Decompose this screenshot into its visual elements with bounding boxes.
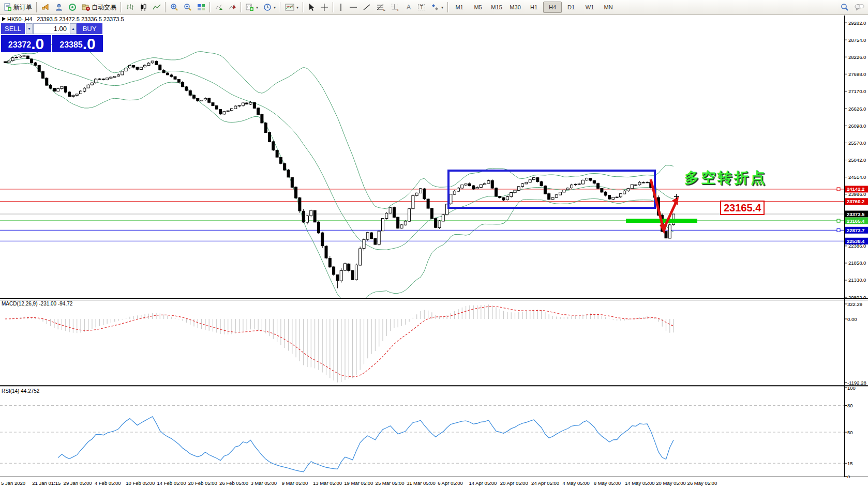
chart-shift-button[interactable] [226, 1, 239, 14]
auto-scroll-button[interactable] [212, 1, 226, 14]
text-tool-button[interactable]: A [402, 1, 415, 14]
horn-icon [41, 3, 50, 11]
timeframe-button-D1[interactable]: D1 [562, 2, 580, 13]
cursor-arrow-icon [308, 3, 315, 11]
crosshair-tool-button[interactable] [318, 1, 331, 14]
fibonacci-tool-button[interactable]: E [373, 1, 388, 14]
volume-increase-button[interactable]: ▲ [70, 23, 77, 34]
one-click-trading-widget: SELL ▼ 1.00 ▲ BUY 23372.0 23385.0 [1, 23, 104, 52]
candlestick-icon [139, 3, 147, 11]
bb-upper-band [5, 44, 674, 209]
price-axis: 29282.028754.028226.027698.027170.026626… [844, 20, 868, 480]
zoom-in-icon [170, 3, 178, 11]
volume-input[interactable]: 1.00 [33, 23, 69, 34]
vertical-line-tool-button[interactable] [335, 1, 347, 14]
toolbar-separator [447, 2, 448, 12]
tile-windows-button[interactable] [194, 1, 208, 14]
turning-point-annotation: 多空转折点 [684, 168, 767, 188]
time-axis-label: 25 Mar 05:00 [376, 480, 405, 486]
chat-bubbles-icon [854, 3, 864, 11]
svg-text:28754.0: 28754.0 [848, 37, 866, 43]
svg-text:28226.0: 28226.0 [848, 54, 866, 60]
svg-text:A: A [407, 4, 411, 11]
sell-price-dec: .0 [31, 36, 44, 52]
svg-text:24142.2: 24142.2 [847, 186, 864, 192]
timeframe-toolbar: M1M5M15M30H1H4D1W1MN [450, 2, 618, 13]
svg-text:25570.0: 25570.0 [848, 140, 866, 146]
svg-text:E: E [383, 8, 385, 11]
auto-trading-label: 自动交易 [92, 3, 116, 12]
chart-shift-icon [228, 3, 236, 11]
crosshair-icon [320, 3, 328, 11]
signals-button[interactable] [66, 1, 79, 14]
add-indicator-icon [246, 3, 254, 11]
bar-chart-icon [126, 3, 134, 11]
trendline-icon [363, 3, 371, 11]
svg-text:0.00: 0.00 [847, 316, 857, 322]
alerts-button[interactable] [39, 1, 52, 14]
chart-template-icon [285, 3, 294, 11]
cursor-tool-button[interactable] [305, 1, 318, 14]
line-handle[interactable] [837, 219, 840, 222]
auto-trading-button[interactable]: 自动交易 [79, 1, 119, 14]
timeframe-button-MN[interactable]: MN [599, 2, 618, 13]
main-toolbar: 新订单 自动交易 [0, 0, 868, 15]
signal-icon [68, 3, 77, 11]
sell-button[interactable]: SELL [1, 23, 25, 34]
svg-text:23165.4: 23165.4 [847, 218, 865, 224]
time-axis-label: 10 Feb 05:00 [126, 480, 155, 486]
new-order-button[interactable]: 新订单 [1, 1, 35, 14]
templates-button[interactable]: ▾ [282, 1, 301, 14]
time-axis-label: 20 Feb 05:00 [188, 480, 217, 486]
timeframe-button-H4[interactable]: H4 [543, 2, 562, 13]
buy-button[interactable]: BUY [77, 23, 102, 34]
accounts-button[interactable] [52, 1, 66, 14]
dropdown-caret-icon: ▾ [441, 5, 443, 10]
text-a-icon: A [405, 3, 412, 11]
rsi-line [58, 417, 674, 472]
indicators-button[interactable]: ▾ [243, 1, 261, 14]
buy-price-panel[interactable]: 23385.0 [52, 35, 103, 52]
timeframe-button-M30[interactable]: M30 [506, 2, 525, 13]
text-label-tool-button[interactable]: T [415, 1, 428, 14]
rsi-panel [0, 405, 844, 471]
svg-text:100: 100 [847, 385, 856, 391]
time-axis-label: 19 Mar 05:00 [344, 480, 373, 486]
svg-text:24514.0: 24514.0 [848, 174, 866, 180]
sell-price-panel[interactable]: 23372.0 [1, 35, 51, 52]
search-button[interactable] [838, 1, 851, 14]
zoom-in-button[interactable] [168, 1, 181, 14]
timeframe-button-M1[interactable]: M1 [450, 2, 469, 13]
svg-text:27170.0: 27170.0 [848, 88, 866, 94]
text-label-icon: T [417, 3, 426, 11]
chat-button[interactable] [851, 1, 867, 14]
time-axis-label: 14 May 05:00 [625, 480, 655, 486]
timeframe-button-M15[interactable]: M15 [487, 2, 506, 13]
line-handle[interactable] [837, 188, 840, 191]
toolbar-separator [165, 2, 166, 12]
horizontal-line-tool-button[interactable] [347, 1, 360, 14]
timeframe-button-W1[interactable]: W1 [580, 2, 599, 13]
svg-text:22538.4: 22538.4 [847, 238, 865, 244]
bar-chart-mode-button[interactable] [123, 1, 137, 14]
horizontal-level-lines[interactable] [0, 188, 844, 241]
timeframe-button-H1[interactable]: H1 [525, 2, 543, 13]
auto-trading-icon [82, 3, 90, 11]
toolbar-separator [121, 2, 122, 12]
candlestick-mode-button[interactable] [137, 1, 150, 14]
zoom-out-button[interactable] [181, 1, 194, 14]
svg-text:21330.0: 21330.0 [848, 277, 866, 283]
timeframe-button-M5[interactable]: M5 [469, 2, 487, 13]
line-chart-mode-button[interactable] [150, 1, 163, 14]
periods-button[interactable]: ▾ [261, 1, 278, 14]
line-handle[interactable] [837, 228, 840, 232]
time-axis[interactable]: 5 Jan 202021 Jan 01:1529 Jan 05:004 Feb … [0, 478, 868, 489]
grid-tool-button[interactable]: F [388, 1, 402, 14]
volume-decrease-button[interactable]: ▼ [26, 23, 33, 34]
arrows-tool-button[interactable]: ▾ [428, 1, 446, 14]
time-axis-label: 3 Mar 05:00 [250, 480, 277, 486]
macd-panel [5, 304, 674, 383]
buy-price-dec: .0 [83, 36, 96, 52]
chart-canvas: 29282.028754.028226.027698.027170.026626… [0, 0, 868, 489]
trendline-tool-button[interactable] [360, 1, 373, 14]
